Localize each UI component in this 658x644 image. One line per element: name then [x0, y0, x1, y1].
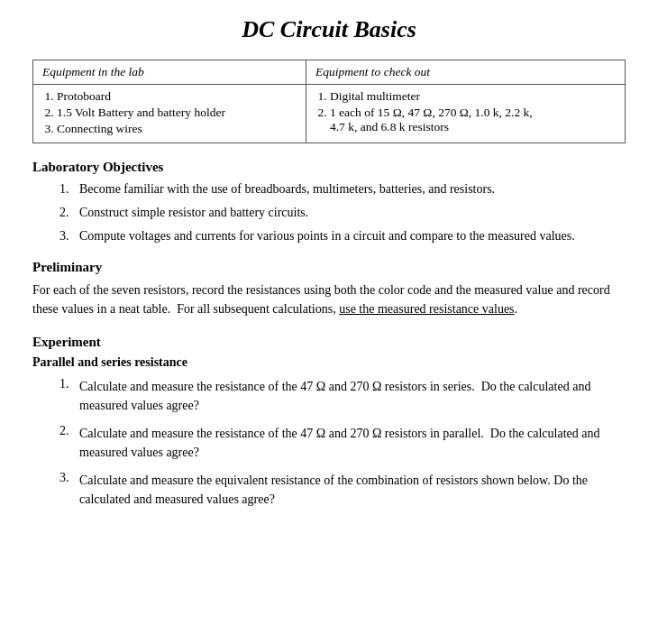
- equipment-item-2: 1.5 Volt Battery and battery holder: [57, 106, 297, 120]
- each-text: each: [339, 106, 361, 119]
- experiment-num-1: 1.: [32, 377, 79, 391]
- objective-text-2: Construct simple resistor and battery ci…: [79, 206, 626, 220]
- parallel-series-heading: Parallel and series resistance: [32, 355, 626, 370]
- equipment-col1-body: Protoboard 1.5 Volt Battery and battery …: [33, 85, 306, 143]
- lab-objectives-heading: Laboratory Objectives: [32, 160, 626, 175]
- preliminary-heading: Preliminary: [32, 260, 626, 275]
- experiment-num-3: 3.: [32, 471, 79, 485]
- objective-num-2: 2.: [32, 206, 79, 220]
- experiment-heading: Experiment: [32, 335, 626, 350]
- equipment-col2-header: Equipment to check out: [306, 60, 625, 85]
- preliminary-text: For each of the seven resistors, record …: [32, 281, 626, 318]
- experiment-item-3: 3. Calculate and measure the equivalent …: [32, 471, 626, 509]
- checkout-item-1: Digital multimeter: [330, 89, 616, 104]
- experiment-item-2: 2. Calculate and measure the resistance …: [32, 424, 626, 462]
- experiment-list: 1. Calculate and measure the resistance …: [32, 377, 626, 509]
- experiment-item-1: 1. Calculate and measure the resistance …: [32, 377, 626, 415]
- underline-text: use the measured resistance values: [339, 302, 514, 316]
- objective-item-1: 1. Become familiar with the use of bread…: [32, 182, 626, 197]
- equipment-item-1: Protoboard: [57, 89, 297, 104]
- experiment-text-2: Calculate and measure the resistance of …: [79, 424, 626, 462]
- objective-num-1: 1.: [32, 182, 79, 197]
- equipment-table: Equipment in the lab Equipment to check …: [32, 60, 626, 143]
- experiment-text-1: Calculate and measure the resistance of …: [79, 377, 626, 415]
- equipment-col1-header: Equipment in the lab: [33, 60, 306, 85]
- objective-item-3: 3. Compute voltages and currents for var…: [32, 229, 626, 244]
- equipment-item-3: Connecting wires: [57, 122, 297, 136]
- objective-num-3: 3.: [32, 229, 79, 244]
- checkout-item-2: 1 each of 15 Ω, 47 Ω, 270 Ω, 1.0 k, 2.2 …: [330, 106, 616, 134]
- experiment-num-2: 2.: [32, 424, 79, 438]
- objective-item-2: 2. Construct simple resistor and battery…: [32, 206, 626, 220]
- objective-text-1: Become familiar with the use of breadboa…: [79, 182, 626, 197]
- objectives-list: 1. Become familiar with the use of bread…: [32, 182, 626, 244]
- experiment-text-3: Calculate and measure the equivalent res…: [79, 471, 626, 509]
- equipment-col2-body: Digital multimeter 1 each of 15 Ω, 47 Ω,…: [306, 85, 625, 143]
- objective-text-3: Compute voltages and currents for variou…: [79, 229, 626, 244]
- page-title: DC Circuit Basics: [32, 16, 626, 43]
